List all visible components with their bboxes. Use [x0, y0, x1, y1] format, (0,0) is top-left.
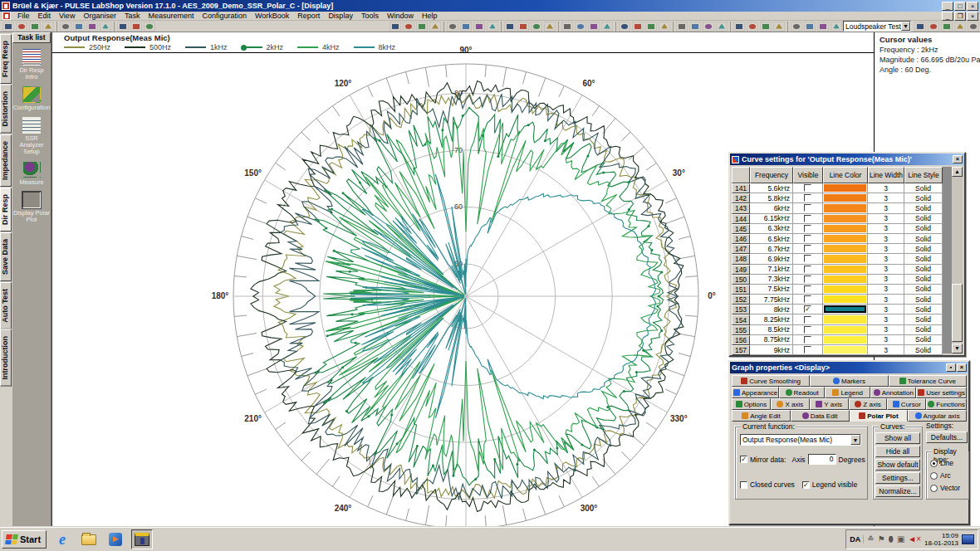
- media-player-icon[interactable]: ▶: [105, 529, 126, 549]
- line-color-swatch[interactable]: [824, 326, 866, 334]
- axis-degrees-input[interactable]: 0: [808, 454, 836, 465]
- table-row[interactable]: 1456.3kHz3Solid: [732, 224, 952, 234]
- cell-line-width[interactable]: 3: [868, 305, 904, 315]
- task-item-ssr-analyzer-setup[interactable]: SSR Analyzer Setup: [12, 117, 51, 155]
- cell-line-color[interactable]: [823, 214, 868, 224]
- play-icon[interactable]: [914, 22, 926, 32]
- table-row[interactable]: 1497.1kHz3Solid: [732, 265, 952, 275]
- line-color-swatch[interactable]: [824, 235, 866, 242]
- normalize--button[interactable]: Normalize...: [875, 485, 920, 497]
- mouse-icon[interactable]: ⬮: [889, 535, 894, 544]
- minimize-button[interactable]: _: [942, 2, 953, 11]
- cell-visible[interactable]: [793, 345, 823, 355]
- start-button[interactable]: Start: [2, 530, 47, 549]
- graph-properties-titlebar[interactable]: Graph properties <Display> ▪ ×: [730, 362, 968, 373]
- front-end-icon[interactable]: [390, 22, 401, 32]
- undo-b-icon[interactable]: [645, 22, 657, 32]
- caliper-icon[interactable]: [804, 22, 816, 32]
- cell-visible[interactable]: [793, 335, 823, 345]
- cell-line-style[interactable]: Solid: [904, 193, 943, 203]
- undo-c-icon[interactable]: [659, 22, 670, 32]
- table-row[interactable]: 1415.6kHz3Solid: [732, 183, 952, 193]
- cell-line-color[interactable]: [823, 305, 868, 315]
- measurement-organiser-icon[interactable]: [144, 22, 155, 32]
- cell-line-style[interactable]: Solid: [904, 325, 943, 335]
- cell-line-width[interactable]: 3: [868, 315, 904, 324]
- cell-visible[interactable]: [793, 275, 823, 285]
- menu-window[interactable]: Window: [383, 12, 418, 20]
- cell-visible[interactable]: [793, 214, 823, 224]
- cell-line-style[interactable]: Solid: [904, 254, 943, 264]
- legend-visible-checkbox[interactable]: ✓: [802, 481, 810, 489]
- cell-line-color[interactable]: [823, 254, 868, 264]
- line-color-swatch[interactable]: [824, 295, 866, 303]
- cell-visible[interactable]: [793, 285, 823, 295]
- cell-line-color[interactable]: [823, 335, 868, 345]
- curve-settings-titlebar[interactable]: Curve settings for 'Output Response(Meas…: [730, 154, 964, 165]
- settings--button[interactable]: Settings...: [875, 472, 920, 484]
- globe-icon[interactable]: [676, 22, 688, 32]
- visible-checkbox[interactable]: [804, 245, 811, 252]
- target-icon[interactable]: [544, 22, 556, 32]
- task-item-measure[interactable]: Measure: [12, 161, 51, 186]
- meter2-icon[interactable]: [747, 22, 758, 32]
- sidebar-tab-impedance[interactable]: Impedance: [0, 134, 12, 187]
- menu-workbook[interactable]: WorkBook: [251, 12, 293, 20]
- cell-line-style[interactable]: Solid: [904, 315, 943, 324]
- function-icon[interactable]: [531, 22, 542, 32]
- paste-icon[interactable]: [73, 22, 85, 32]
- visible-checkbox[interactable]: [804, 215, 811, 222]
- line-color-swatch[interactable]: [824, 346, 866, 354]
- visible-checkbox[interactable]: [804, 295, 811, 303]
- menu-report[interactable]: Report: [293, 12, 324, 20]
- cell-visible[interactable]: ✓: [793, 305, 823, 315]
- visible-checkbox[interactable]: [804, 336, 811, 344]
- tail-icon[interactable]: [831, 22, 842, 32]
- workbook-icon[interactable]: [487, 22, 498, 32]
- task-item-display-polar-plot[interactable]: Display Polar Plot: [12, 192, 51, 223]
- menu-tools[interactable]: Tools: [357, 12, 383, 20]
- cell-line-style[interactable]: Solid: [904, 203, 943, 213]
- menu-task[interactable]: Task: [120, 12, 145, 20]
- mirror-data-checkbox[interactable]: ✓: [740, 456, 747, 463]
- cell-line-style[interactable]: Solid: [904, 305, 943, 315]
- sidebar-tab-dir-resp[interactable]: Dir Resp: [0, 188, 12, 232]
- display-type-option-line[interactable]: Line: [930, 459, 960, 467]
- visible-checkbox[interactable]: [804, 235, 811, 242]
- cell-line-width[interactable]: 3: [868, 295, 904, 305]
- cell-visible[interactable]: [793, 315, 823, 324]
- visible-checkbox[interactable]: [804, 255, 811, 262]
- visible-checkbox[interactable]: [804, 194, 811, 202]
- radio-vector[interactable]: [930, 485, 938, 492]
- cell-line-width[interactable]: 3: [868, 265, 904, 275]
- tab-angular-axis[interactable]: Angular axis: [908, 410, 967, 422]
- document-icon[interactable]: [2, 12, 11, 20]
- tab-options[interactable]: Options: [732, 398, 771, 410]
- child-close-button[interactable]: ×: [967, 12, 978, 21]
- cell-line-style[interactable]: Solid: [904, 335, 943, 345]
- defaults-button[interactable]: Defaults...: [926, 432, 968, 443]
- tab-annotation[interactable]: Annotation: [870, 387, 916, 398]
- cell-line-color[interactable]: [823, 345, 868, 355]
- cell-line-style[interactable]: Solid: [904, 183, 943, 193]
- menu-help[interactable]: Help: [418, 12, 442, 20]
- tab-readout[interactable]: Readout: [779, 387, 825, 398]
- menu-edit[interactable]: Edit: [34, 12, 56, 20]
- line-color-swatch[interactable]: [824, 255, 866, 262]
- display-icon[interactable]: [473, 22, 485, 32]
- print-preview-icon[interactable]: [100, 22, 111, 32]
- cell-visible[interactable]: [793, 244, 823, 254]
- cell-line-width[interactable]: 3: [868, 285, 904, 295]
- tab-z-axis[interactable]: Z axis: [849, 398, 888, 410]
- cell-line-style[interactable]: Solid: [904, 345, 943, 355]
- cell-visible[interactable]: [793, 265, 823, 275]
- measurement-template-combo[interactable]: Loudspeaker Test ▼: [843, 21, 911, 32]
- print-icon[interactable]: [86, 22, 98, 32]
- show-all-button[interactable]: Show all: [875, 432, 920, 444]
- line-color-swatch[interactable]: [824, 336, 866, 344]
- sidebar-tab-distortion[interactable]: Distortion: [0, 85, 12, 134]
- line-color-swatch[interactable]: [824, 266, 866, 273]
- line-color-swatch[interactable]: [824, 184, 866, 192]
- cell-line-style[interactable]: Solid: [904, 244, 943, 254]
- tab-x-axis[interactable]: X axis: [771, 398, 810, 410]
